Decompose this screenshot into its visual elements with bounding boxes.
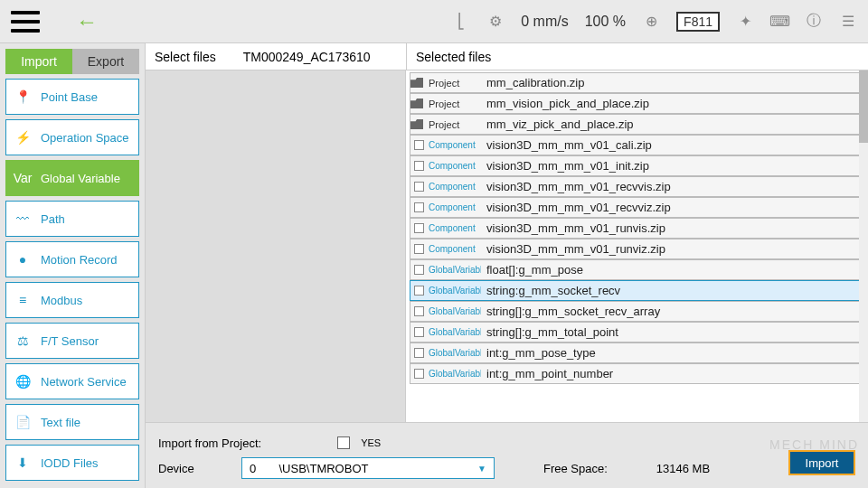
file-name: string[]:g_mm_total_point [481,325,862,339]
import-button[interactable]: Import [788,450,855,475]
file-row[interactable]: Componentvision3D_mm_mm_v01_recvviz.zip [410,197,863,218]
file-checkbox[interactable] [414,265,424,275]
file-row[interactable]: Componentvision3D_mm_mm_v01_recvvis.zip [410,176,863,197]
file-type: Component [427,161,481,171]
selected-files-header: Selected files [416,50,491,64]
file-row[interactable]: GlobalVariablestring:g_mm_socket_recv [410,280,863,301]
file-name: mm_vision_pick_and_place.zip [481,97,862,110]
source-file-panel[interactable] [146,70,406,422]
file-row[interactable]: Projectmm_vision_pick_and_place.zip [410,93,863,114]
file-type: Project [427,78,481,89]
file-name: vision3D_mm_mm_v01_runvis.zip [481,221,862,235]
info-icon[interactable]: ⓘ [805,13,823,31]
import-from-project-label: Import from Project: [158,436,261,450]
device-label: Device [158,462,231,475]
bottom-bar: Import from Project: YES Device 0 \USB\T… [146,422,868,488]
file-type: Project [427,119,481,130]
sidebar-item-label: F/T Sensor [41,334,99,348]
scrollbar[interactable] [859,70,868,422]
file-name: mm_calibration.zip [481,76,862,89]
content: Import Export 📍Point Base⚡Operation Spac… [0,43,868,488]
tab-export[interactable]: Export [72,49,139,74]
sidebar-icon: 📍 [14,88,32,106]
sidebar-item-label: Network Service [41,375,127,389]
file-checkbox[interactable] [414,348,424,358]
sidebar-item-global-variable[interactable]: VarGlobal Variable [5,160,139,196]
yes-checkbox[interactable] [337,436,350,449]
selected-file-panel[interactable]: Projectmm_calibration.zipProjectmm_visio… [406,70,868,422]
file-row[interactable]: Componentvision3D_mm_mm_v01_runviz.zip [410,239,863,259]
main-panel: Select files TM000249_AC173610 Selected … [145,43,868,488]
sidebar-item-point-base[interactable]: 📍Point Base [5,79,139,115]
topbar: ← ⎣ ⚙ 0 mm/s 100 % ⊕ F811 ✦ ⌨ ⓘ ☰ [0,0,868,43]
file-type: Component [427,223,481,233]
file-checkbox[interactable] [414,140,424,150]
file-row[interactable]: GlobalVariableint:g_mm_point_number [410,363,863,384]
back-button[interactable]: ← [76,9,98,34]
folder-icon [410,119,423,129]
file-row[interactable]: Componentvision3D_mm_mm_v01_init.zip [410,155,863,176]
override-value: 100 % [585,14,626,30]
file-name: vision3D_mm_mm_v01_recvviz.zip [481,201,862,214]
tm-id: TM000249_AC173610 [243,50,371,64]
status-code: F811 [676,12,720,32]
file-type: GlobalVariable [427,265,481,275]
file-checkbox[interactable] [414,182,424,192]
file-checkbox[interactable] [414,202,424,212]
sidebar: Import Export 📍Point Base⚡Operation Spac… [0,43,145,488]
file-checkbox[interactable] [414,306,424,316]
yes-label: YES [361,437,381,448]
network-icon[interactable]: ✦ [736,13,754,31]
file-type: Component [427,244,481,254]
file-row[interactable]: Projectmm_calibration.zip [410,72,863,93]
file-checkbox[interactable] [414,327,424,337]
file-name: vision3D_mm_mm_v01_cali.zip [481,138,862,152]
file-checkbox[interactable] [414,161,424,171]
file-row[interactable]: GlobalVariablestring[]:g_mm_total_point [410,322,863,343]
file-name: vision3D_mm_mm_v01_init.zip [481,159,862,173]
sidebar-item-motion-record[interactable]: ●Motion Record [5,241,139,277]
sidebar-item-label: Operation Space [41,131,129,145]
tab-row: Import Export [5,49,139,74]
file-checkbox[interactable] [414,223,424,233]
sidebar-item-label: Text file [41,416,80,429]
sidebar-item-text-file[interactable]: 📄Text file [5,404,139,440]
file-type: Project [427,99,481,109]
sidebar-item-modbus[interactable]: ≡Modbus [5,282,139,318]
scrollbar-thumb[interactable] [859,70,868,143]
document-icon[interactable]: ☰ [839,13,857,31]
topbar-status: ⎣ ⚙ 0 mm/s 100 % ⊕ F811 ✦ ⌨ ⓘ ☰ [452,12,857,32]
file-row[interactable]: Projectmm_viz_pick_and_place.zip [410,114,863,135]
device-select[interactable]: 0 \USB\TMROBOT [241,457,495,479]
tab-import[interactable]: Import [5,49,72,74]
sidebar-icon: Var [14,169,32,187]
file-name: float[]:g_mm_pose [481,263,862,277]
file-row[interactable]: Componentvision3D_mm_mm_v01_cali.zip [410,135,863,155]
file-checkbox[interactable] [414,286,424,296]
link-icon: ⊕ [642,13,660,31]
file-checkbox[interactable] [414,369,424,379]
file-checkbox[interactable] [414,244,424,254]
sidebar-item-iodd-files[interactable]: ⬇IODD Files [5,445,139,481]
free-space-value: 13146 MB [656,462,710,475]
sidebar-icon: ≡ [14,291,32,309]
sidebar-item-path[interactable]: 〰Path [5,201,139,237]
file-row[interactable]: Componentvision3D_mm_mm_v01_runvis.zip [410,218,863,239]
file-row[interactable]: GlobalVariablefloat[]:g_mm_pose [410,259,863,280]
folder-icon [410,78,423,88]
sidebar-item-label: IODD Files [41,456,99,470]
sidebar-item-label: Modbus [41,294,82,307]
sidebar-item-operation-space[interactable]: ⚡Operation Space [5,119,139,155]
file-type: GlobalVariable [427,286,481,296]
file-type: GlobalVariable [427,327,481,337]
menu-button[interactable] [11,11,40,33]
speed-value: 0 mm/s [521,14,568,30]
keyboard-icon[interactable]: ⌨ [770,13,788,31]
file-row[interactable]: GlobalVariablestring[]:g_mm_socket_recv_… [410,301,863,322]
sidebar-item-network-service[interactable]: 🌐Network Service [5,363,139,399]
file-type: Component [427,202,481,212]
file-name: string:g_mm_socket_recv [481,284,862,297]
file-name: int:g_mm_pose_type [481,346,862,360]
sidebar-item-f/t-sensor[interactable]: ⚖F/T Sensor [5,323,139,359]
file-row[interactable]: GlobalVariableint:g_mm_pose_type [410,343,863,363]
